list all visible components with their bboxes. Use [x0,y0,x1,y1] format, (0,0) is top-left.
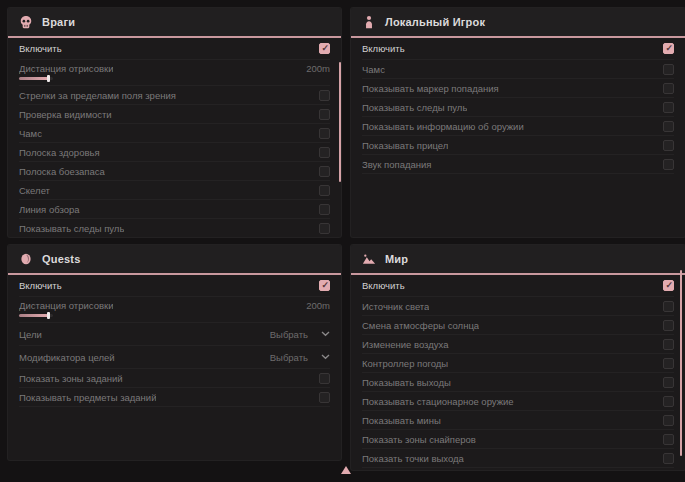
setting-label: Показывать выходы [362,377,451,388]
checkbox[interactable] [663,339,674,350]
checkbox[interactable] [663,159,674,170]
setting-row: Показывать предметы заданий [19,388,330,407]
dropdown-value: Выбрать [270,329,308,340]
draw-distance-slider[interactable] [19,314,53,317]
checkbox[interactable] [663,140,674,151]
setting-label: Показать точки выхода [362,453,464,464]
setting-row: Показывать стационарное оружие [362,392,674,411]
checkbox[interactable] [663,434,674,445]
setting-label: Проверка видимости [19,109,112,120]
quests-icon [19,252,33,266]
checkbox[interactable] [319,109,330,120]
mountain-icon [362,252,376,266]
checkbox[interactable] [663,64,674,75]
slider-handle[interactable] [47,312,50,319]
slider-value: 200m [306,63,330,74]
panel-local-player-body: Включить Чамс Показывать маркер попадани… [351,38,685,174]
checkbox[interactable] [663,358,674,369]
checkbox[interactable] [663,121,674,132]
checkbox[interactable] [663,453,674,464]
checkbox[interactable] [663,377,674,388]
setting-label: Включить [19,280,62,291]
checkbox[interactable] [319,373,330,384]
setting-row: Стрелки за пределами поля зрения [19,86,330,105]
setting-label: Дистанция отрисовки [19,300,113,311]
setting-label: Контроллер погоды [362,358,448,369]
checkbox-checked[interactable] [319,280,330,291]
setting-row-dropdown: Модификатора целей Выбрать [19,346,330,369]
person-icon [362,15,376,29]
setting-label: Показывать информацию об оружии [362,121,524,132]
panel-local-player: Локальный Игрок Включить Чамс Показывать… [351,8,685,237]
checkbox[interactable] [663,102,674,113]
checkbox[interactable] [319,147,330,158]
checkbox[interactable] [663,83,674,94]
setting-row: Показывать мины [362,411,674,430]
target-modifiers-dropdown[interactable]: Выбрать [270,352,330,363]
checkbox-checked[interactable] [663,280,674,291]
panel-world-body: Включить Источник света Смена атмосферы … [351,275,685,468]
setting-label: Источник света [362,301,429,312]
setting-row: Показать точки выхода [362,449,674,468]
setting-label: Линия обзора [19,204,80,215]
setting-label: Полоска боезапаса [19,166,105,177]
setting-label: Показывать следы пуль [19,223,124,234]
setting-row: Показать зоны снайперов [362,430,674,449]
checkbox[interactable] [319,185,330,196]
skull-icon [19,15,33,29]
checkbox[interactable] [319,204,330,215]
checkbox[interactable] [319,128,330,139]
scrollbar-thumb[interactable] [339,62,341,182]
setting-label: Показывать мины [362,415,441,426]
checkbox[interactable] [319,392,330,403]
panel-enemies: Враги Включить Дистанция отрисовки 200m … [8,8,341,237]
setting-label: Показать зоны заданий [19,373,123,384]
panel-title: Мир [385,253,408,265]
setting-row: Показывать маркер попадания [362,79,674,98]
setting-label: Чамс [362,64,385,75]
setting-label: Показывать прицел [362,140,448,151]
checkbox[interactable] [319,166,330,177]
checkbox-checked[interactable] [663,43,674,54]
checkbox[interactable] [319,90,330,101]
panel-enemies-header[interactable]: Враги [8,8,341,38]
checkbox[interactable] [663,301,674,312]
setting-row: Скелет [19,181,330,200]
checkbox[interactable] [319,223,330,234]
checkbox[interactable] [663,320,674,331]
draw-distance-slider[interactable] [19,77,53,80]
panel-quests-header[interactable]: Quests [8,245,341,275]
setting-row: Источник света [362,297,674,316]
checkbox[interactable] [663,396,674,407]
mouse-cursor [341,466,351,474]
panel-quests: Quests Включить Дистанция отрисовки 200m… [8,245,341,460]
panel-title: Локальный Игрок [385,16,485,28]
setting-row: Смена атмосферы солнца [362,316,674,335]
panel-quests-body: Включить Дистанция отрисовки 200m Цели В… [8,275,341,407]
slider-value: 200m [306,300,330,311]
checkbox[interactable] [663,415,674,426]
setting-row: Звук попадания [362,155,674,174]
setting-row: Включить [19,38,330,60]
slider-handle[interactable] [47,75,50,82]
checkbox-checked[interactable] [319,43,330,54]
setting-label: Полоска здоровья [19,147,100,158]
setting-label: Чамс [19,128,42,139]
chevron-down-icon [321,331,330,337]
panel-title: Враги [42,16,75,28]
setting-row: Включить [362,275,674,297]
targets-dropdown[interactable]: Выбрать [270,329,330,340]
setting-row-dropdown: Цели Выбрать [19,323,330,346]
setting-row: Контроллер погоды [362,354,674,373]
setting-row: Линия обзора [19,200,330,219]
setting-row: Включить [362,38,674,60]
scrollbar-thumb[interactable] [680,270,682,456]
setting-row: Показывать прицел [362,136,674,155]
panel-world: Мир Включить Источник света Смена атмосф… [351,245,685,470]
setting-row: Показывать следы пуль [362,98,674,117]
setting-row: Показать зоны заданий [19,369,330,388]
dropdown-value: Выбрать [270,352,308,363]
setting-label: Показывать стационарное оружие [362,396,514,407]
panel-local-player-header[interactable]: Локальный Игрок [351,8,685,38]
panel-world-header[interactable]: Мир [351,245,685,275]
